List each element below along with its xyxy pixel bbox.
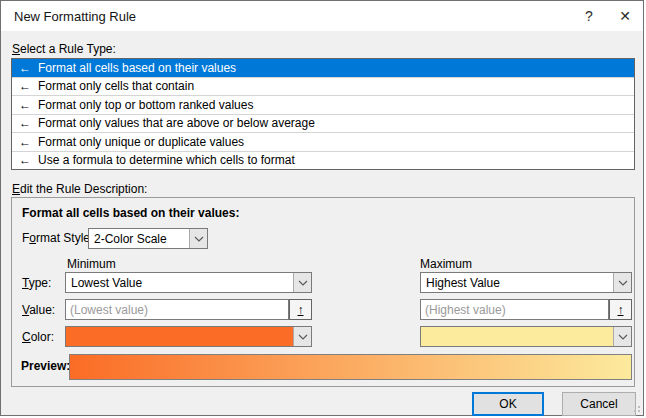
edit-rule-description-label: Edit the Rule Description: [12, 182, 147, 196]
chevron-down-icon [613, 273, 631, 292]
help-icon[interactable]: ? [571, 1, 607, 31]
minimum-column-header: Minimum [67, 257, 116, 271]
minimum-type-select[interactable]: Lowest Value [65, 272, 312, 293]
chevron-down-icon [189, 229, 207, 248]
rule-arrow-icon: ← [19, 154, 31, 166]
minimum-value-input[interactable] [65, 299, 289, 320]
chevron-down-icon [293, 327, 311, 346]
preview-bar [69, 354, 632, 380]
rule-type-item-label: Format only top or bottom ranked values [38, 98, 253, 112]
rule-type-item-format-all-cells[interactable]: ← Format all cells based on their values [12, 59, 634, 77]
rule-arrow-icon: ← [19, 117, 31, 129]
format-style-value: 2-Color Scale [89, 232, 189, 246]
rule-type-item-label: Format only unique or duplicate values [38, 135, 244, 149]
resize-grip[interactable] [630, 402, 640, 412]
rule-arrow-icon: ← [19, 80, 31, 92]
format-style-select[interactable]: 2-Color Scale [88, 228, 208, 249]
maximum-collapse-dialog-button[interactable]: ↑ [609, 299, 632, 320]
new-formatting-rule-dialog: New Formatting Rule ? ✕ Select a Rule Ty… [0, 0, 644, 416]
ok-button[interactable]: OK [472, 392, 544, 416]
minimum-type-value: Lowest Value [66, 276, 293, 290]
rule-type-item-cells-that-contain[interactable]: ← Format only cells that contain [12, 77, 634, 96]
rule-description-heading: Format all cells based on their values: [22, 206, 239, 220]
rule-type-item-top-bottom-ranked[interactable]: ← Format only top or bottom ranked value… [12, 95, 634, 114]
maximum-type-select[interactable]: Highest Value [420, 272, 632, 293]
chevron-down-icon [293, 273, 311, 292]
cancel-button[interactable]: Cancel [562, 392, 636, 416]
rule-type-item-label: Use a formula to determine which cells t… [38, 153, 295, 167]
collapse-dialog-icon: ↑ [618, 304, 624, 316]
rule-type-item-label: Format only values that are above or bel… [38, 116, 315, 130]
value-label: Value: [22, 303, 55, 317]
preview-label: Preview: [21, 359, 70, 373]
type-label: Type: [22, 276, 51, 290]
dialog-title: New Formatting Rule [1, 9, 571, 24]
rule-arrow-icon: ← [19, 136, 31, 148]
maximum-column-header: Maximum [420, 257, 472, 271]
select-rule-type-label: Select a Rule Type: [12, 42, 116, 56]
minimum-color-swatch [66, 327, 293, 346]
maximum-color-swatch [421, 327, 613, 346]
minimum-collapse-dialog-button[interactable]: ↑ [289, 299, 312, 320]
format-style-label: Format Style: [22, 231, 93, 245]
rule-type-item-above-below-average[interactable]: ← Format only values that are above or b… [12, 114, 634, 133]
minimum-color-select[interactable] [65, 326, 312, 347]
close-icon[interactable]: ✕ [607, 1, 643, 31]
rule-arrow-icon: ← [19, 99, 31, 111]
rule-type-item-label: Format only cells that contain [38, 79, 194, 93]
color-label: Color: [22, 330, 54, 344]
maximum-color-select[interactable] [420, 326, 632, 347]
rule-type-list: ← Format all cells based on their values… [11, 58, 635, 170]
rule-type-item-label: Format all cells based on their values [38, 61, 236, 75]
maximum-type-value: Highest Value [421, 276, 613, 290]
rule-description-groupbox: Format all cells based on their values: … [11, 197, 635, 387]
maximum-value-input[interactable] [420, 299, 609, 320]
title-bar: New Formatting Rule ? ✕ [1, 1, 643, 31]
collapse-dialog-icon: ↑ [298, 304, 304, 316]
chevron-down-icon [613, 327, 631, 346]
rule-type-item-use-formula[interactable]: ← Use a formula to determine which cells… [12, 151, 634, 170]
rule-type-item-unique-duplicate[interactable]: ← Format only unique or duplicate values [12, 132, 634, 151]
rule-arrow-icon: ← [19, 62, 31, 74]
